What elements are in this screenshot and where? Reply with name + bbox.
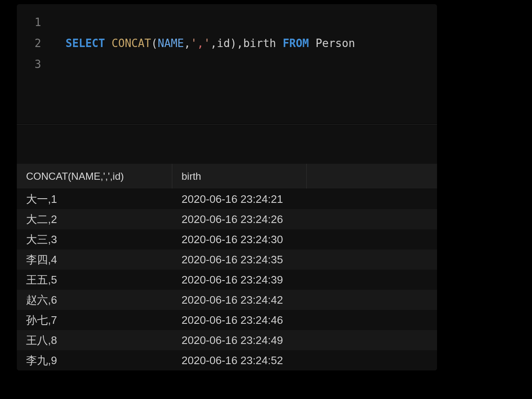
cell-concat[interactable]: 李九,9 [17, 353, 172, 368]
line-number: 1 [17, 12, 50, 33]
cell-birth[interactable]: 2020-06-16 23:24:30 [172, 233, 437, 246]
table-row[interactable]: 大三,32020-06-16 23:24:30 [17, 229, 437, 249]
line-number-gutter: 1 2 3 [17, 4, 50, 123]
results-body: 大一,12020-06-16 23:24:21大二,22020-06-16 23… [17, 189, 437, 370]
cell-birth[interactable]: 2020-06-16 23:24:49 [172, 334, 437, 347]
cell-concat[interactable]: 大二,2 [17, 212, 172, 227]
keyword-select: SELECT [66, 37, 105, 50]
comma: , [184, 37, 191, 50]
string-quote: ' [190, 37, 197, 50]
column-header-birth[interactable]: birth [172, 164, 307, 189]
comma: , [237, 37, 243, 50]
code-area[interactable]: SELECT CONCAT(NAME,',',id),birth FROM Pe… [50, 4, 355, 123]
column-birth: birth [243, 37, 276, 50]
cell-concat[interactable]: 大一,1 [17, 192, 172, 207]
cell-concat[interactable]: 王五,5 [17, 273, 172, 287]
results-header-row: CONCAT(NAME,',',id) birth [17, 164, 437, 189]
code-line[interactable] [66, 12, 355, 33]
paren-close: ) [230, 37, 237, 50]
table-row[interactable]: 大二,22020-06-16 23:24:26 [17, 209, 437, 229]
line-number: 3 [17, 54, 50, 75]
cell-birth[interactable]: 2020-06-16 23:24:39 [172, 273, 437, 286]
function-concat: CONCAT [112, 37, 151, 50]
cell-concat[interactable]: 大三,3 [17, 232, 172, 247]
table-row[interactable]: 王五,52020-06-16 23:24:39 [17, 270, 437, 290]
cell-birth[interactable]: 2020-06-16 23:24:21 [172, 193, 437, 206]
cell-birth[interactable]: 2020-06-16 23:24:26 [172, 213, 437, 226]
keyword-from: FROM [283, 37, 309, 50]
table-row[interactable]: 赵六,62020-06-16 23:24:42 [17, 290, 437, 310]
table-row[interactable]: 大一,12020-06-16 23:24:21 [17, 189, 437, 209]
arg-name: NAME [158, 37, 184, 50]
table-row[interactable]: 李四,42020-06-16 23:24:35 [17, 249, 437, 270]
table-row[interactable]: 李九,92020-06-16 23:24:52 [17, 350, 437, 370]
table-row[interactable]: 孙七,72020-06-16 23:24:46 [17, 310, 437, 330]
cell-birth[interactable]: 2020-06-16 23:24:52 [172, 354, 437, 367]
cell-concat[interactable]: 赵六,6 [17, 293, 172, 307]
comma: , [210, 37, 217, 50]
code-line[interactable]: SELECT CONCAT(NAME,',',id),birth FROM Pe… [66, 33, 355, 54]
arg-id: id [217, 37, 230, 50]
cell-birth[interactable]: 2020-06-16 23:24:42 [172, 294, 437, 307]
sql-editor[interactable]: 1 2 3 SELECT CONCAT(NAME,',',id),birth F… [17, 4, 437, 124]
cell-birth[interactable]: 2020-06-16 23:24:35 [172, 253, 437, 266]
string-quote: ' [204, 37, 211, 50]
string-body: , [197, 37, 204, 50]
cell-concat[interactable]: 孙七,7 [17, 313, 172, 328]
cell-concat[interactable]: 李四,4 [17, 252, 172, 267]
cell-birth[interactable]: 2020-06-16 23:24:46 [172, 314, 437, 327]
panel-divider[interactable] [17, 124, 437, 164]
table-row[interactable]: 王八,82020-06-16 23:24:49 [17, 330, 437, 350]
paren-open: ( [151, 37, 158, 50]
column-header-concat[interactable]: CONCAT(NAME,',',id) [17, 164, 172, 189]
sql-client-window: 1 2 3 SELECT CONCAT(NAME,',',id),birth F… [17, 4, 437, 370]
line-number: 2 [17, 33, 50, 54]
table-person: Person [316, 37, 355, 50]
results-panel: CONCAT(NAME,',',id) birth 大一,12020-06-16… [17, 164, 437, 370]
cell-concat[interactable]: 王八,8 [17, 333, 172, 348]
code-line[interactable] [66, 54, 355, 75]
